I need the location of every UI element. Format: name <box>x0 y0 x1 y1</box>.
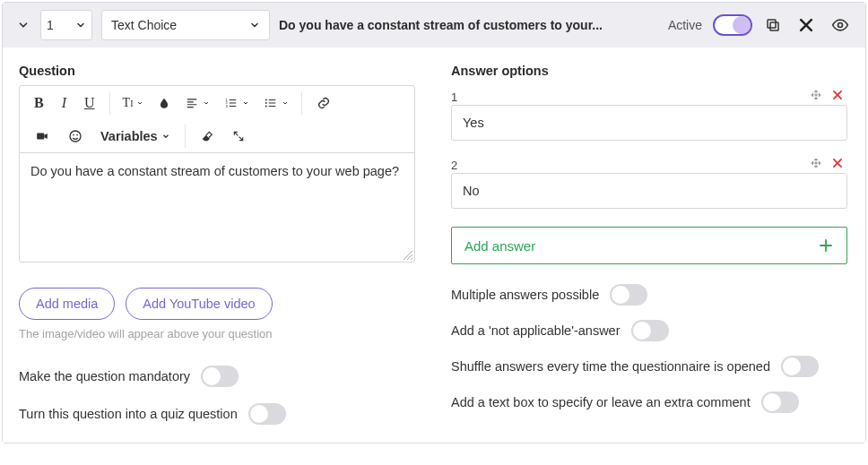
question-type-select[interactable]: Text Choice <box>101 10 270 40</box>
question-header: 1 Text Choice Do you have a constant str… <box>3 3 865 47</box>
video-button[interactable] <box>25 125 59 148</box>
mandatory-setting: Make the question mandatory <box>19 366 415 387</box>
editor-toolbar-row-1: B I U TI 123 <box>20 86 414 120</box>
add-youtube-button[interactable]: Add YouTube video <box>126 288 272 320</box>
question-number-select[interactable]: 1 <box>40 10 92 40</box>
variables-button[interactable]: Variables <box>91 124 179 149</box>
chevron-down-icon <box>136 99 143 107</box>
copy-icon <box>765 17 781 33</box>
active-label: Active <box>668 18 702 32</box>
collapse-button[interactable] <box>15 17 31 33</box>
eraser-icon <box>200 130 214 142</box>
chevron-down-icon <box>203 99 210 107</box>
add-answer-label: Add answer <box>464 238 535 254</box>
close-icon <box>831 89 844 101</box>
move-icon <box>810 89 822 101</box>
svg-point-12 <box>76 134 78 136</box>
multiple-answers-label: Multiple answers possible <box>451 288 599 302</box>
answer-option: 1 <box>451 85 847 141</box>
question-number-value: 1 <box>47 18 54 32</box>
eye-icon <box>831 16 849 34</box>
svg-point-6 <box>265 99 267 101</box>
media-hint: The image/video will appear above your q… <box>19 327 415 340</box>
drag-handle[interactable] <box>810 157 822 169</box>
chevron-down-icon <box>161 132 170 141</box>
shuffle-toggle[interactable] <box>781 356 819 377</box>
question-preview-text: Do you have a constant stream of custome… <box>279 18 603 32</box>
clear-format-button[interactable] <box>191 125 223 148</box>
svg-point-2 <box>838 23 843 28</box>
list-ordered-icon: 123 <box>224 97 239 109</box>
plus-icon <box>818 237 834 254</box>
list-unordered-icon <box>264 97 278 109</box>
svg-point-11 <box>73 134 74 136</box>
shuffle-setting: Shuffle answers every time the questionn… <box>451 356 847 377</box>
question-column: Question B I U TI 123 <box>19 64 415 425</box>
color-button[interactable] <box>151 91 178 115</box>
smile-icon <box>68 129 82 143</box>
delete-answer-button[interactable] <box>828 85 847 105</box>
mandatory-label: Make the question mandatory <box>19 369 190 383</box>
answer-number: 1 <box>451 90 457 104</box>
close-icon <box>831 157 844 169</box>
svg-point-10 <box>70 131 81 142</box>
add-answer-button[interactable]: Add answer <box>451 227 847 264</box>
active-toggle[interactable] <box>713 14 752 36</box>
chevron-down-icon <box>17 19 30 31</box>
preview-button[interactable] <box>828 13 853 38</box>
drop-icon <box>158 97 170 109</box>
answer-input[interactable] <box>451 173 847 209</box>
link-button[interactable] <box>308 90 340 116</box>
add-media-button[interactable]: Add media <box>19 288 115 320</box>
question-type-value: Text Choice <box>111 18 177 32</box>
svg-point-8 <box>265 106 267 108</box>
drag-handle[interactable] <box>810 89 822 101</box>
answer-input[interactable] <box>451 105 847 141</box>
emoji-button[interactable] <box>59 124 91 149</box>
answers-column: Answer options 1 2 <box>451 64 847 425</box>
editor-toolbar-row-2: Variables <box>20 120 414 152</box>
question-text[interactable]: Do you have a constant stream of custome… <box>20 153 414 262</box>
unordered-list-button[interactable] <box>256 91 296 115</box>
delete-button[interactable] <box>794 13 819 38</box>
question-section-title: Question <box>19 64 415 78</box>
quiz-setting: Turn this question into a quiz question <box>19 403 415 425</box>
fullscreen-button[interactable] <box>223 125 254 148</box>
svg-rect-0 <box>770 22 778 30</box>
quiz-label: Turn this question into a quiz question <box>19 407 238 421</box>
svg-point-7 <box>265 102 267 104</box>
chevron-down-icon <box>249 20 260 30</box>
link-icon <box>317 96 331 110</box>
svg-rect-9 <box>37 133 44 140</box>
answer-option: 2 <box>451 153 847 209</box>
align-button[interactable] <box>178 91 217 115</box>
svg-rect-1 <box>768 20 776 28</box>
resize-handle-icon[interactable] <box>404 251 412 260</box>
multiple-answers-toggle[interactable] <box>610 284 647 306</box>
delete-answer-button[interactable] <box>828 153 847 173</box>
answer-settings: Multiple answers possible Add a 'not app… <box>451 284 847 413</box>
duplicate-button[interactable] <box>761 13 785 37</box>
mandatory-toggle[interactable] <box>201 366 239 387</box>
ordered-list-button[interactable]: 123 <box>217 91 256 115</box>
media-buttons-row: Add media Add YouTube video <box>19 288 415 320</box>
move-icon <box>810 157 822 169</box>
shuffle-label: Shuffle answers every time the questionn… <box>451 359 770 374</box>
question-panel: 1 Text Choice Do you have a constant str… <box>2 2 866 443</box>
answers-section-title: Answer options <box>451 64 847 78</box>
comment-box-toggle[interactable] <box>761 392 799 413</box>
quiz-toggle[interactable] <box>248 403 286 425</box>
question-body: Question B I U TI 123 <box>3 47 865 443</box>
rich-text-editor: B I U TI 123 Variables <box>19 85 415 263</box>
question-textarea[interactable]: Do you have a constant stream of custome… <box>20 152 414 262</box>
italic-button[interactable]: I <box>53 90 75 116</box>
align-left-icon <box>185 97 199 109</box>
svg-text:3: 3 <box>226 104 229 108</box>
na-answer-toggle[interactable] <box>631 320 669 341</box>
underline-button[interactable]: U <box>75 90 104 116</box>
expand-icon <box>232 130 245 142</box>
bold-button[interactable]: B <box>25 90 53 116</box>
na-answer-label: Add a 'not applicable'-answer <box>451 323 621 338</box>
text-format-button[interactable]: TI <box>116 90 152 116</box>
comment-box-label: Add a text box to specify or leave an ex… <box>451 395 751 409</box>
